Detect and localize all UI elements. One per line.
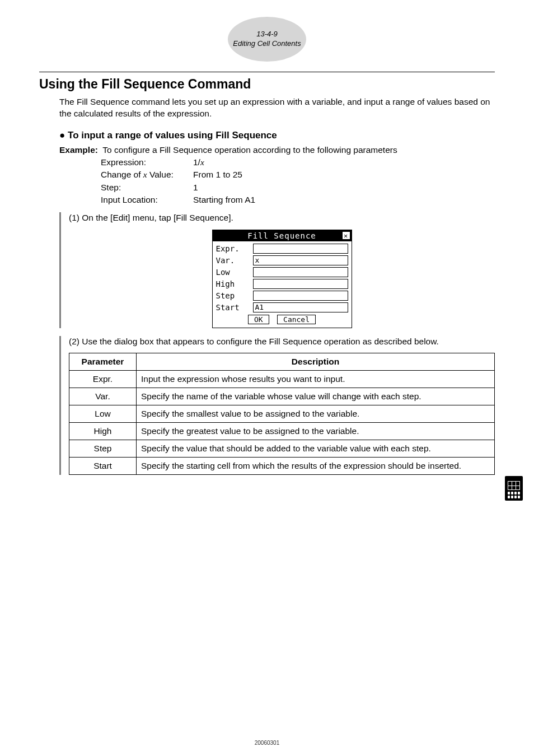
table-row: Low Specify the smallest value to be ass… — [69, 405, 495, 423]
th-description: Description — [137, 353, 495, 371]
dlg-label-expr: Expr. — [216, 244, 253, 253]
dlg-field-start[interactable]: A1 — [253, 302, 348, 312]
dlg-label-high: High — [216, 279, 253, 288]
param-inputloc-value: Starting from A1 — [193, 194, 255, 206]
step2-text: (2) Use the dialog box that appears to c… — [69, 336, 495, 348]
param-expression-key: Expression: — [101, 156, 193, 169]
example-text: To configure a Fill Sequence operation a… — [102, 145, 397, 155]
dlg-field-var[interactable]: x — [253, 255, 348, 265]
page-header-oval: 13-4-9 Editing Cell Contents — [228, 17, 306, 62]
dlg-field-low[interactable] — [253, 267, 348, 277]
dlg-field-expr[interactable] — [253, 244, 348, 254]
cell-param: Step — [69, 440, 137, 458]
dlg-label-var: Var. — [216, 256, 253, 265]
intro-paragraph: The Fill Sequence command lets you set u… — [59, 96, 495, 120]
fill-sequence-dialog: Fill Sequence ✕ Expr. Var. x Low High — [212, 230, 352, 328]
close-icon[interactable]: ✕ — [342, 231, 350, 240]
dialog-titlebar: Fill Sequence ✕ — [213, 230, 352, 241]
cancel-button[interactable]: Cancel — [277, 315, 316, 324]
param-change-value: From 1 to 25 — [193, 169, 242, 181]
dlg-label-start: Start — [216, 303, 253, 312]
example-line: Example: To configure a Fill Sequence op… — [59, 144, 495, 156]
dlg-field-step[interactable] — [253, 291, 348, 301]
sub-heading-text: To input a range of values using Fill Se… — [68, 130, 277, 141]
ok-button[interactable]: OK — [248, 315, 269, 324]
table-row: Start Specify the starting cell from whi… — [69, 458, 495, 475]
cell-desc: Specify the starting cell from which the… — [137, 458, 495, 475]
param-step-value: 1 — [193, 181, 198, 194]
param-change-key: Change of x Value: — [101, 169, 193, 181]
cell-param: Expr. — [69, 371, 137, 388]
param-step-key: Step: — [101, 181, 193, 194]
cell-param: Var. — [69, 388, 137, 405]
example-label: Example: — [59, 145, 98, 155]
table-row: High Specify the greatest value to be as… — [69, 423, 495, 440]
cell-desc: Input the expression whose results you w… — [137, 371, 495, 388]
step1-block: (1) On the [Edit] menu, tap [Fill Sequen… — [59, 212, 495, 328]
cell-param: Low — [69, 405, 137, 423]
section-divider — [39, 72, 495, 72]
sub-heading: ● To input a range of values using Fill … — [59, 130, 495, 141]
step1-text: (1) On the [Edit] menu, tap [Fill Sequen… — [69, 212, 495, 224]
calculator-icon — [505, 476, 523, 501]
footer-date: 20060301 — [0, 740, 534, 746]
dlg-label-low: Low — [216, 268, 253, 277]
dlg-label-step: Step — [216, 291, 253, 300]
table-row: Step Specify the value that should be ad… — [69, 440, 495, 458]
section-title: Using the Fill Sequence Command — [39, 77, 495, 92]
params-table: Parameter Description Expr. Input the ex… — [69, 353, 495, 475]
dialog-title-text: Fill Sequence — [247, 231, 316, 240]
table-row: Var. Specify the name of the variable wh… — [69, 388, 495, 405]
step2-block: (2) Use the dialog box that appears to c… — [59, 336, 495, 475]
cell-param: Start — [69, 458, 137, 475]
cell-param: High — [69, 423, 137, 440]
example-params: Expression: 1/x Change of x Value: From … — [101, 156, 495, 207]
param-inputloc-key: Input Location: — [101, 194, 193, 206]
dlg-field-high[interactable] — [253, 279, 348, 289]
header-title: Editing Cell Contents — [233, 39, 301, 49]
th-parameter: Parameter — [69, 353, 137, 371]
cell-desc: Specify the smallest value to be assigne… — [137, 405, 495, 423]
cell-desc: Specify the name of the variable whose v… — [137, 388, 495, 405]
cell-desc: Specify the value that should be added t… — [137, 440, 495, 458]
table-row: Expr. Input the expression whose results… — [69, 371, 495, 388]
bullet-dot: ● — [59, 130, 65, 141]
header-code: 13-4-9 — [256, 30, 278, 39]
param-expression-value: 1/x — [193, 156, 204, 169]
cell-desc: Specify the greatest value to be assigne… — [137, 423, 495, 440]
